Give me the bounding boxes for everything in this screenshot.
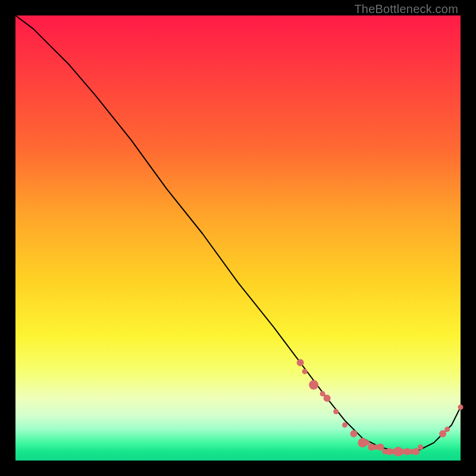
marker-dot bbox=[458, 405, 464, 410]
marker-dot bbox=[444, 427, 450, 432]
marker-dot bbox=[342, 422, 347, 428]
marker-dot bbox=[350, 430, 358, 437]
marker-dot bbox=[418, 444, 423, 450]
marker-dot bbox=[377, 444, 384, 451]
marker-dot bbox=[364, 440, 369, 446]
marker-dot bbox=[412, 448, 419, 455]
watermark-text: TheBottleneck.com bbox=[354, 2, 458, 16]
marker-dot bbox=[324, 394, 331, 402]
marker-dot bbox=[302, 369, 308, 374]
plot-area bbox=[15, 15, 461, 461]
marker-dots bbox=[297, 359, 464, 456]
marker-dot bbox=[320, 391, 325, 396]
marker-dot bbox=[309, 380, 318, 390]
curve-line bbox=[15, 15, 461, 452]
marker-dot bbox=[439, 430, 446, 437]
chart-svg bbox=[15, 15, 461, 461]
chart-stage: TheBottleneck.com bbox=[0, 0, 476, 476]
marker-dot bbox=[297, 359, 304, 366]
marker-dot bbox=[333, 409, 339, 414]
